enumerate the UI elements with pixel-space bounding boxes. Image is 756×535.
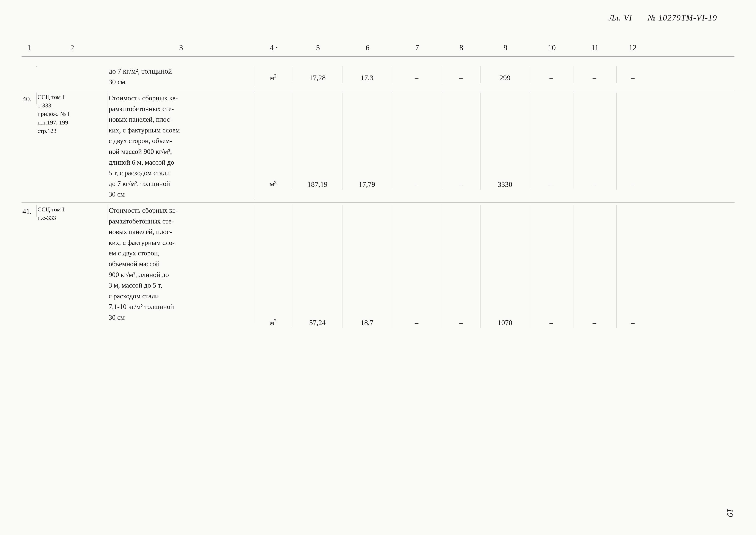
row-40-col10: –: [530, 93, 573, 190]
pre-row: до 7 кг/м², толщиной 30 см м2 17,28 17,3…: [21, 64, 735, 90]
page-number: 19: [726, 508, 735, 518]
doc-number: № 10279ТМ-VI-19: [648, 13, 717, 22]
row-41-col9: 1070: [481, 205, 530, 328]
pre-row-col8: –: [442, 66, 481, 83]
page: Лл. VI № 10279ТМ-VI-19 1 2 3 4 · 5 6 7 8…: [0, 0, 756, 535]
row-40-desc: Стоимость сборных ке- рамзитобетонных ст…: [108, 93, 255, 200]
row-41-desc: Стоимость сборных ке- рамзитобетонных ст…: [108, 205, 255, 323]
table-container: 1 2 3 4 · 5 6 7 8 9 10 11 12 до 7 кг/м²,…: [21, 43, 735, 332]
row-40-col8: –: [442, 93, 481, 190]
row-41-col8: –: [442, 205, 481, 328]
row-41-col5: 57,24: [293, 205, 343, 328]
col-header-5: 5: [293, 43, 343, 52]
row-41-col11: –: [573, 205, 616, 328]
row-40-col6: 17,79: [343, 93, 392, 190]
row-41-num: 41.: [21, 205, 37, 216]
col-header-3: 3: [108, 43, 255, 52]
col-header-8: 8: [442, 43, 481, 52]
row-41-ref: ССЦ том I п.с-333: [37, 205, 108, 222]
row-41-col10: –: [530, 205, 573, 328]
sheet-label: Лл. VI: [609, 13, 632, 22]
row-41-col12: –: [616, 205, 649, 328]
row-40-col5: 187,19: [293, 93, 343, 190]
pre-row-col3-text: до 7 кг/м², толщиной 30 см: [108, 66, 255, 87]
table-row-40: 40. ССЦ том I с-333, прилож. № I п.п.197…: [21, 90, 735, 203]
pre-row-col5: 17,28: [293, 66, 343, 83]
col-header-1: 1: [21, 43, 37, 52]
table-row-41: 41. ССЦ том I п.с-333 Стоимость сборных …: [21, 203, 735, 332]
row-40-unit: м2: [255, 93, 293, 189]
row-41-unit: м2: [255, 205, 293, 327]
col-header-9: 9: [481, 43, 530, 52]
pre-row-col7: –: [392, 66, 442, 83]
pre-row-col11: –: [573, 66, 616, 83]
row-40-ref: ССЦ том I с-333, прилож. № I п.п.197, 19…: [37, 93, 108, 135]
col-header-4: 4 ·: [255, 43, 293, 52]
pre-row-col1: [21, 66, 37, 67]
pre-row-col10: –: [530, 66, 573, 83]
row-41-col7: –: [392, 205, 442, 328]
row-40-num: 40.: [21, 93, 37, 104]
pre-row-col9: 299: [481, 66, 530, 83]
col-header-2: 2: [37, 43, 108, 52]
row-40-col9: 3330: [481, 93, 530, 190]
column-headers-row: 1 2 3 4 · 5 6 7 8 9 10 11 12: [21, 43, 735, 57]
header: Лл. VI № 10279ТМ-VI-19: [609, 13, 717, 22]
col-header-6: 6: [343, 43, 392, 52]
col-header-11: 11: [573, 43, 616, 52]
col-header-12: 12: [616, 43, 649, 52]
row-40-col12: –: [616, 93, 649, 190]
col-header-10: 10: [530, 43, 573, 52]
pre-row-unit: м2: [255, 66, 293, 82]
pre-row-col12: –: [616, 66, 649, 83]
row-40-col7: –: [392, 93, 442, 190]
row-41-col6: 18,7: [343, 205, 392, 328]
col-header-7: 7: [392, 43, 442, 52]
pre-row-col6: 17,3: [343, 66, 392, 83]
row-40-col11: –: [573, 93, 616, 190]
